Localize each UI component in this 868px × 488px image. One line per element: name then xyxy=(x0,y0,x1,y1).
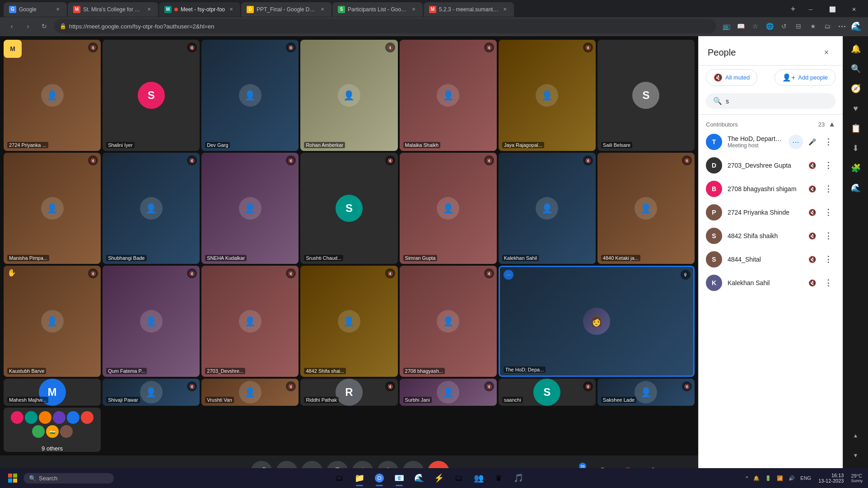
sync-icon[interactable]: ↺ xyxy=(778,20,790,33)
tab-close-gmail[interactable]: ✕ xyxy=(145,6,153,13)
taskbar-app-folder2[interactable]: 🗂 xyxy=(450,469,468,487)
participant-mute-3[interactable]: 🔇 xyxy=(805,205,819,220)
url-bar[interactable]: 🔒 https://meet.google.com/fsy-otpr-foo?a… xyxy=(54,19,716,33)
video-tile-10[interactable]: 👤 SNEHA Kudalkar🔇 xyxy=(201,153,299,264)
video-tile-24[interactable]: 👤 Surbhi Jani🔇 xyxy=(400,379,497,406)
participant-more-5[interactable]: ⋮ xyxy=(821,252,835,267)
participant-item-0[interactable]: T The HoD, Depart... (You) Meeting host … xyxy=(699,130,843,154)
extensions-icon[interactable]: 🧩 xyxy=(847,159,865,177)
search-input[interactable] xyxy=(726,98,828,105)
mute-all-button[interactable]: 🔇 All muted xyxy=(706,69,757,86)
reload-button[interactable]: ↻ xyxy=(38,20,51,33)
tab-search-icon[interactable]: ⊟ xyxy=(792,20,805,33)
participant-unmute-0[interactable]: 🎤 xyxy=(805,135,819,149)
taskbar-app-stormworks[interactable]: ⚡ xyxy=(430,469,448,487)
sys-language[interactable]: ENG xyxy=(798,474,813,482)
discover-icon[interactable]: 🧭 xyxy=(847,80,865,98)
tab-close-drive[interactable]: ✕ xyxy=(319,6,326,13)
participant-item-5[interactable]: S 4844_Shital 🔇 ⋮ xyxy=(699,248,843,271)
taskbar-app-chrome[interactable] xyxy=(370,469,388,487)
sys-chevron[interactable]: ^ xyxy=(744,474,750,482)
participant-item-4[interactable]: S 4842 Shifa shaikh 🔇 ⋮ xyxy=(699,224,843,248)
downloads-icon[interactable]: ⬇ xyxy=(847,139,865,157)
video-tile-23[interactable]: R Riddhi Pathak🔇 xyxy=(300,379,397,406)
video-tile-2[interactable]: S Shalini Iyer🔇 xyxy=(103,40,200,151)
notification-icon[interactable]: 🔔 xyxy=(847,40,865,58)
participant-item-3[interactable]: P 2724 Priyanka Shinde 🔇 ⋮ xyxy=(699,201,843,224)
video-tile-22[interactable]: 👤 Vrushti Van🔇 xyxy=(201,379,299,406)
sys-battery[interactable]: 🔋 xyxy=(763,474,773,482)
new-tab-button[interactable]: + xyxy=(787,3,799,16)
participant-mute-1[interactable]: 🔇 xyxy=(805,158,819,173)
taskbar-app-widget[interactable]: 🗂 xyxy=(331,469,349,487)
participant-chat-0[interactable]: ⋯ xyxy=(789,135,803,149)
sys-time[interactable]: 16:13 13-12-2023 xyxy=(815,472,847,484)
video-tile-4[interactable]: 👤 Rohan Amberkar🔇 xyxy=(300,40,397,151)
scrollbar-up[interactable]: ▲ xyxy=(847,427,865,445)
participant-item-1[interactable]: D 2703_Devshree Gupta 🔇 ⋮ xyxy=(699,154,843,177)
video-tile-17[interactable]: 👤 2703_Devshre...🔇 xyxy=(201,266,299,377)
screen-cast-icon[interactable]: 📺 xyxy=(720,20,733,33)
section-header[interactable]: Contributors 23 ▲ xyxy=(706,120,835,128)
video-tile-8[interactable]: 👤 Manisha Pimpa...🔇 xyxy=(4,153,101,264)
sys-volume[interactable]: 🔊 xyxy=(787,474,797,482)
tab-close-email2[interactable]: ✕ xyxy=(501,6,509,13)
video-tile-18[interactable]: 👤 4842 Shifa shai...🔇 xyxy=(300,266,397,377)
back-button[interactable]: ‹ xyxy=(5,20,18,33)
taskbar-app-winamp[interactable]: 🎵 xyxy=(509,469,527,487)
participant-mute-5[interactable]: 🔇 xyxy=(805,252,819,267)
favorites-icon[interactable]: ★ xyxy=(807,20,819,33)
translate-icon[interactable]: 🌐 xyxy=(763,20,776,33)
more-actions-icon[interactable]: ⋯ xyxy=(835,20,848,33)
reader-mode-icon[interactable]: 📖 xyxy=(734,20,747,33)
taskbar-app-crown[interactable]: ♛ xyxy=(490,469,508,487)
tab-close-google[interactable]: ✕ xyxy=(54,6,61,13)
browser-tab-google[interactable]: G Google ✕ xyxy=(4,2,67,17)
video-tile-21[interactable]: 👤 Shivaji Pawar🔇 xyxy=(103,379,200,406)
history-icon[interactable]: 📋 xyxy=(847,119,865,137)
participant-more-0[interactable]: ⋮ xyxy=(821,135,835,149)
video-tile-26[interactable]: 👤 Sakshee Lade🔇 xyxy=(597,379,695,406)
taskbar-app-teams[interactable]: 👥 xyxy=(470,469,488,487)
video-tile-7[interactable]: S Saili Belsare xyxy=(597,40,695,151)
video-tile-others[interactable]: 🇮🇳 9 others xyxy=(4,408,101,452)
sys-notif[interactable]: 🔔 xyxy=(751,474,761,482)
tab-close-sheets[interactable]: ✕ xyxy=(410,6,417,13)
tab-close-meet[interactable]: ✕ xyxy=(228,6,235,13)
sys-network[interactable]: 📶 xyxy=(775,474,785,482)
sys-weather-temp[interactable]: 29°C Sunny xyxy=(849,472,864,484)
video-tile-16[interactable]: 👤 Qum Fatema P...🔇 xyxy=(103,266,200,377)
participant-mute-2[interactable]: 🔇 xyxy=(805,182,819,196)
video-tile-25[interactable]: S saanchi🔇 xyxy=(499,379,596,406)
add-people-button[interactable]: 👤+ Add people xyxy=(775,69,835,86)
browser-tab-meet[interactable]: M Meet - fsy-otpr-foo ✕ xyxy=(159,2,240,17)
participant-mute-6[interactable]: 🔇 xyxy=(805,276,819,290)
scrollbar-down[interactable]: ▼ xyxy=(847,446,865,465)
taskbar-app-explorer[interactable]: 📁 xyxy=(350,469,369,487)
collections-icon[interactable]: 🗂 xyxy=(821,20,834,33)
close-button[interactable]: ✕ xyxy=(844,2,864,17)
video-tile-19[interactable]: 👤 2708 bhagyash...🔇 xyxy=(400,266,497,377)
video-tile-20[interactable]: M Mahesh Majhw... xyxy=(4,379,101,406)
panel-close-button[interactable]: × xyxy=(819,45,834,60)
participant-more-2[interactable]: ⋮ xyxy=(821,182,835,196)
video-tile-9[interactable]: 👤 Shubhangi Bade🔇 xyxy=(103,153,200,264)
video-tile-6[interactable]: 👤 Jaya Rajagopal...🔇 xyxy=(499,40,596,151)
browser-tab-drive[interactable]: D PPT_Final - Google Drive ✕ xyxy=(241,2,331,17)
browser-tab-gmail[interactable]: M St. Mira's College for Girls Mail ✕ xyxy=(68,2,158,17)
video-tile-14[interactable]: 👤 4840 Ketaki ja...🔇 xyxy=(597,153,695,264)
participant-more-4[interactable]: ⋮ xyxy=(821,229,835,243)
minimize-button[interactable]: ─ xyxy=(800,2,821,17)
start-button[interactable] xyxy=(4,469,22,487)
forward-button[interactable]: › xyxy=(22,20,34,33)
taskbar-search-bar[interactable]: 🔍 Search xyxy=(23,473,114,483)
participant-more-3[interactable]: ⋮ xyxy=(821,205,835,220)
video-tile-3[interactable]: 👤 Dev Garg🔇 xyxy=(201,40,299,151)
video-tile-12[interactable]: 👤 Simran Gupta🔇 xyxy=(400,153,497,264)
video-tile-13[interactable]: 👤 Kalekhan Sahil🔇 xyxy=(499,153,596,264)
taskbar-app-msedge[interactable]: 🌊 xyxy=(410,469,428,487)
participant-more-1[interactable]: ⋮ xyxy=(821,158,835,173)
browser-tab-email2[interactable]: M 5.2.3 - meenal.sumant@stmira... ✕ xyxy=(424,2,514,17)
video-tile-11[interactable]: S Srushti Chaud...🔇 xyxy=(300,153,397,264)
search-box[interactable]: 🔍 xyxy=(706,93,835,109)
